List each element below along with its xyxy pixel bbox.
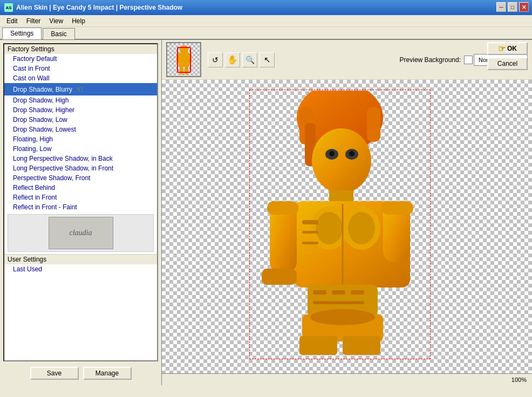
menu-filter[interactable]: Filter [22, 16, 45, 26]
preview-bg-label: Preview Background: [400, 56, 461, 64]
title-bar: AS Alien Skin | Eye Candy 5 Impact | Per… [0, 0, 532, 15]
settings-list-container: Factory Settings Factory Default Cast in… [3, 43, 158, 361]
bottom-buttons: Save Manage [3, 364, 158, 382]
svg-point-40 [310, 309, 375, 325]
arrow-icon: ↖ [264, 55, 271, 65]
minimize-button[interactable]: ─ [496, 2, 506, 12]
svg-rect-36 [332, 290, 345, 295]
thumbnail-figure [175, 45, 193, 74]
robot-figure [254, 91, 426, 358]
zoom-level: 100% [511, 377, 527, 383]
svg-rect-9 [367, 107, 380, 142]
thumbnail-area [166, 42, 201, 77]
list-item-long-persp-front[interactable]: Long Perspective Shadow, in Front [4, 163, 157, 173]
left-panel: Factory Settings Factory Default Cast in… [0, 40, 162, 385]
svg-rect-30 [267, 201, 298, 215]
watermark-image: claudia [49, 217, 113, 249]
app-icon: AS [4, 3, 13, 12]
svg-point-0 [180, 45, 188, 54]
manage-button[interactable]: Manage [83, 367, 132, 380]
close-button[interactable]: ✕ [519, 2, 529, 12]
tab-settings[interactable]: Settings [2, 28, 42, 39]
list-item-factory-default[interactable]: Factory Default [4, 54, 157, 64]
factory-settings-header: Factory Settings [4, 44, 157, 54]
settings-list[interactable]: Factory Settings Factory Default Cast in… [4, 44, 157, 360]
list-item-last-used[interactable]: Last Used [4, 264, 157, 274]
maximize-button[interactable]: □ [508, 2, 517, 12]
menu-bar: Edit Filter View Help [0, 15, 532, 27]
svg-rect-5 [185, 66, 188, 74]
list-item-drop-shadow-lowest[interactable]: Drop Shadow, Lowest [4, 125, 157, 134]
list-item-drop-shadow-low[interactable]: Drop Shadow, Low [4, 115, 157, 125]
menu-help[interactable]: Help [67, 16, 90, 26]
menu-view[interactable]: View [45, 16, 67, 26]
reset-icon: ↺ [212, 56, 219, 64]
hand-icon: ✋ [227, 54, 238, 65]
watermark-area: claudia [8, 214, 154, 252]
list-item-cast-on-wall[interactable]: Cast on Wall [4, 73, 157, 83]
robot-svg [254, 91, 426, 355]
list-item-reflect-in-front-faint[interactable]: Reflect in Front - Faint [4, 202, 157, 212]
list-item-reflect-behind[interactable]: Reflect Behind [4, 183, 157, 193]
zoom-icon: 🔍 [245, 56, 255, 64]
status-bar: 100% [162, 373, 532, 385]
svg-rect-33 [382, 201, 413, 215]
tab-bar: Settings Basic [0, 27, 532, 40]
bg-color-swatch [464, 56, 473, 64]
svg-rect-25 [302, 242, 318, 244]
user-settings-header: User Settings [4, 254, 157, 264]
ok-cancel-area: ☞ OK Cancel [487, 42, 528, 70]
hand-tool-button[interactable]: ✋ [225, 52, 240, 67]
cancel-button[interactable]: Cancel [487, 57, 528, 70]
list-item-floating-high[interactable]: Floating, High [4, 134, 157, 144]
main-content: Factory Settings Factory Default Cast in… [0, 40, 532, 385]
arrow-tool-button[interactable]: ↖ [260, 52, 275, 67]
reset-tool-button[interactable]: ↺ [208, 52, 223, 67]
right-panel: ↺ ✋ 🔍 ↖ Preview Background: None White [162, 40, 532, 385]
toolbar-row: ↺ ✋ 🔍 ↖ Preview Background: None White [162, 40, 532, 80]
app-title: Alien Skin | Eye Candy 5 Impact | Perspe… [16, 4, 182, 11]
list-item-cast-in-front[interactable]: Cast in Front [4, 64, 157, 73]
list-item-floating-low[interactable]: Floating, Low [4, 144, 157, 154]
svg-point-20 [316, 212, 343, 244]
selection-pointer-icon: ☞ [76, 84, 83, 94]
preview-canvas[interactable] [162, 80, 532, 373]
ok-arrow-icon: ☞ [498, 44, 506, 54]
tab-basic[interactable]: Basic [43, 28, 74, 39]
svg-rect-24 [302, 231, 318, 234]
list-item-drop-shadow-blurry[interactable]: Drop Shadow, Blurry ☞ [4, 83, 157, 95]
list-item-drop-shadow-higher[interactable]: Drop Shadow, Higher [4, 105, 157, 115]
list-item-long-persp-back[interactable]: Long Perspective Shadow, in Back [4, 154, 157, 163]
svg-rect-37 [351, 290, 364, 295]
menu-edit[interactable]: Edit [2, 16, 22, 26]
ok-button[interactable]: ☞ OK [487, 42, 528, 55]
svg-rect-42 [343, 336, 380, 355]
save-button[interactable]: Save [30, 367, 79, 380]
list-item-drop-shadow-high[interactable]: Drop Shadow, High [4, 95, 157, 105]
list-item-persp-shadow-front[interactable]: Perspective Shadow, Front [4, 173, 157, 183]
window-controls: ─ □ ✕ [496, 2, 529, 12]
svg-point-14 [329, 151, 335, 156]
svg-rect-31 [262, 269, 297, 285]
svg-rect-23 [302, 220, 318, 224]
svg-point-21 [348, 212, 375, 244]
svg-rect-4 [180, 66, 183, 74]
svg-rect-38 [313, 301, 364, 304]
svg-rect-35 [313, 290, 326, 295]
svg-point-15 [349, 151, 354, 156]
svg-rect-41 [299, 336, 337, 355]
svg-point-11 [312, 128, 371, 193]
list-item-reflect-in-front[interactable]: Reflect in Front [4, 193, 157, 202]
zoom-tool-button[interactable]: 🔍 [242, 52, 257, 67]
